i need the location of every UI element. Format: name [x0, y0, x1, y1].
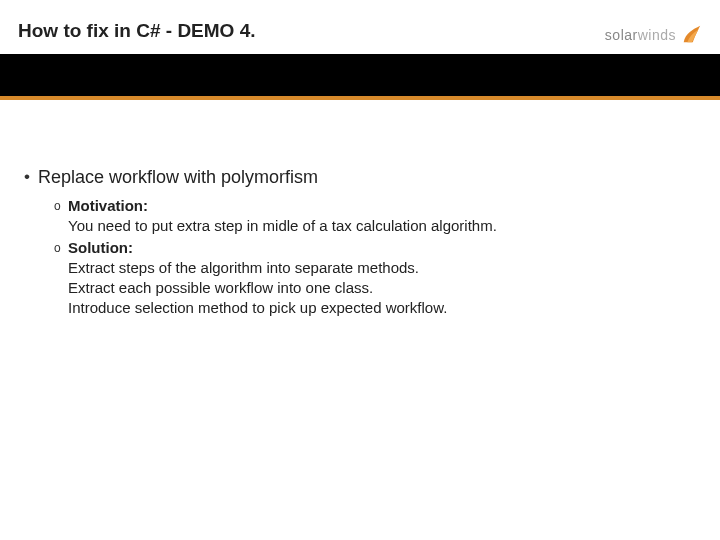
bullet-item: • Replace workflow with polymorfism: [24, 166, 696, 188]
brand-logo: solarwinds: [605, 24, 702, 46]
sub-item-header: o Motivation:: [54, 196, 696, 216]
slide: How to fix in C# - DEMO 4. solarwinds • …: [0, 0, 720, 540]
sub-marker: o: [54, 196, 64, 216]
sub-list: o Motivation: You need to put extra step…: [54, 196, 696, 318]
sub-body: Extract steps of the algorithm into sepa…: [68, 258, 696, 318]
brand-text: solarwinds: [605, 27, 676, 43]
sub-label: Motivation:: [68, 196, 148, 216]
sub-body: You need to put extra step in midle of a…: [68, 216, 696, 236]
header-orange-bar: [0, 96, 720, 100]
sub-item: o Motivation: You need to put extra step…: [54, 196, 696, 236]
sub-marker: o: [54, 238, 64, 258]
header-black-bar: [0, 54, 720, 96]
sub-label: Solution:: [68, 238, 133, 258]
sub-item-header: o Solution:: [54, 238, 696, 258]
slide-title: How to fix in C# - DEMO 4.: [18, 20, 702, 53]
slide-body: • Replace workflow with polymorfism o Mo…: [24, 166, 696, 320]
brand-text-right: winds: [638, 27, 676, 43]
brand-text-left: solar: [605, 27, 638, 43]
sub-item: o Solution: Extract steps of the algorit…: [54, 238, 696, 318]
bullet-text: Replace workflow with polymorfism: [38, 166, 318, 188]
brand-flame-icon: [680, 24, 702, 46]
bullet-marker: •: [24, 166, 30, 188]
